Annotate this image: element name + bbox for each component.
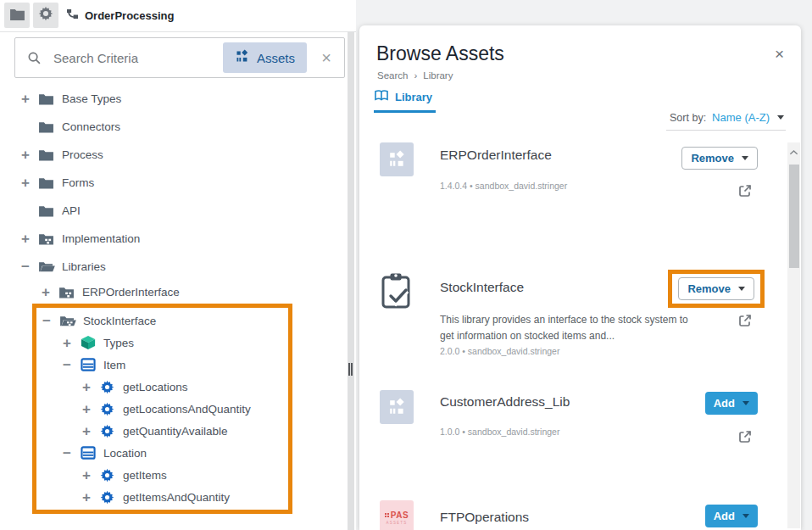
breadcrumb-item-search[interactable]: Search (377, 70, 408, 81)
sort-by-label: Sort by: (670, 112, 706, 124)
document-tab[interactable]: OrderProcessing (66, 0, 175, 31)
expand-icon[interactable]: + (80, 468, 93, 483)
splitter-grip-icon[interactable] (348, 363, 353, 376)
settings-tool-button[interactable] (33, 3, 58, 28)
app-window: OrderProcessing Assets × + Base Types Co… (0, 0, 812, 530)
asset-card-ftpoperations: PAS ASSETS FTPOperations Add (359, 496, 787, 530)
tree-item-location[interactable]: − Location (36, 442, 288, 464)
gear-icon (38, 6, 53, 25)
tree-item-getitemsandquantity[interactable]: + getItemsAndQuantity (36, 486, 288, 508)
tree-item-forms[interactable]: + Forms (0, 169, 348, 197)
asset-action: Remove (681, 147, 758, 170)
asset-meta: 1.4.0.4 • sandbox_david.stringer (440, 181, 567, 191)
folder-icon (37, 120, 55, 133)
tree-item-label: getLocations (123, 381, 188, 393)
tree-item-api[interactable]: API (0, 197, 348, 225)
asset-card-customeraddress-lib: CustomerAddress_Lib 1.0.0 • sandbox_davi… (359, 382, 787, 500)
expand-icon[interactable]: + (80, 490, 93, 505)
operation-gear-icon (98, 402, 116, 416)
tree-item-label: Item (103, 359, 125, 371)
collapse-icon[interactable]: − (19, 259, 32, 274)
collapse-icon[interactable]: − (60, 358, 74, 372)
breadcrumb-separator: › (414, 70, 417, 81)
tree-item-implementation[interactable]: + Implementation (0, 225, 348, 253)
add-button[interactable]: Add (705, 392, 758, 415)
tree-item-getlocationsandquantity[interactable]: + getLocationsAndQuantity (36, 398, 288, 420)
tab-library-label: Library (395, 91, 432, 103)
tab-library[interactable]: Library (374, 89, 436, 113)
collapse-icon[interactable]: − (40, 314, 53, 328)
tree-item-erporderinterface[interactable]: + ERPOrderInterface (0, 281, 348, 304)
tree-item-base-types[interactable]: + Base Types (0, 85, 348, 113)
expand-icon[interactable]: + (19, 176, 32, 190)
folder-tool-button[interactable] (4, 3, 30, 28)
tree-item-getlocations[interactable]: + getLocations (36, 376, 288, 398)
sort-control: Sort by: Name (A-Z) (666, 111, 786, 131)
tree-item-getquantityavailable[interactable]: + getQuantityAvailable (36, 420, 288, 442)
book-icon (374, 89, 389, 105)
asset-tree: + Base Types Connectors + Process + Form… (0, 85, 348, 514)
operation-gear-icon (98, 490, 116, 505)
search-criteria-box: Assets × (14, 37, 345, 78)
tree-item-getitems[interactable]: + getItems (36, 464, 288, 486)
remove-button[interactable]: Remove (678, 277, 754, 300)
expand-icon[interactable]: + (80, 424, 93, 438)
breadcrumb-item-library[interactable]: Library (423, 70, 453, 81)
chevron-down-icon (742, 401, 749, 405)
tree-item-connectors[interactable]: Connectors (0, 113, 348, 141)
expand-icon[interactable]: + (39, 285, 53, 299)
asset-card-stockinterface: StockInterface This library provides an … (359, 259, 787, 377)
scrollbar-thumb[interactable] (789, 165, 799, 268)
tree-item-item[interactable]: − Item (36, 354, 288, 376)
asset-meta: 1.0.0 • sandbox_david.stringer (440, 427, 559, 437)
search-input[interactable] (52, 50, 223, 66)
tree-item-types[interactable]: + Types (36, 332, 288, 354)
tree-item-label: getLocationsAndQuantity (123, 403, 251, 416)
tree-item-label: Types (103, 337, 134, 349)
chevron-down-icon (742, 156, 748, 160)
asset-name: FTPOperations (440, 510, 529, 525)
expand-icon[interactable]: + (19, 148, 32, 162)
folder-icon (37, 148, 55, 161)
expand-icon[interactable]: + (80, 380, 93, 394)
explorer-topbar: OrderProcessing (0, 0, 356, 32)
close-icon[interactable]: × (775, 46, 784, 62)
expand-icon[interactable]: + (19, 92, 32, 106)
add-button[interactable]: Add (705, 505, 758, 527)
open-folder-icon (37, 260, 55, 273)
tree-item-process[interactable]: + Process (0, 141, 348, 169)
tree-item-label: Libraries (62, 260, 106, 273)
tree-item-label: API (62, 204, 81, 217)
asset-action: Add (705, 392, 758, 415)
breadcrumb: Search › Library (377, 70, 453, 81)
tree-item-libraries[interactable]: − Libraries (0, 253, 348, 281)
external-link-icon[interactable] (737, 313, 753, 328)
clipboard-check-icon (380, 274, 414, 308)
assets-filter-label: Assets (257, 51, 295, 65)
chevron-down-icon (738, 287, 745, 291)
sort-value[interactable]: Name (A-Z) (712, 111, 770, 124)
asset-card-erporderinterface: ERPOrderInterface 1.4.0.4 • sandbox_davi… (359, 140, 787, 259)
chevron-down-icon[interactable] (777, 115, 784, 120)
assets-filter-chip[interactable]: Assets (223, 42, 307, 73)
folder-icon (37, 92, 55, 105)
scroll-up-icon[interactable] (787, 149, 800, 156)
explorer-pane: OrderProcessing Assets × + Base Types Co… (0, 0, 356, 530)
expand-icon[interactable]: + (80, 402, 93, 416)
remove-button[interactable]: Remove (681, 147, 758, 170)
expand-icon[interactable]: + (60, 336, 74, 350)
external-link-icon[interactable] (737, 183, 753, 198)
tree-item-stockinterface[interactable]: − StockInterface (36, 310, 288, 332)
tree-item-label: Base Types (62, 92, 121, 105)
clear-search-icon[interactable]: × (309, 49, 344, 66)
scrollbar[interactable] (787, 142, 800, 528)
tree-item-label: Process (62, 148, 103, 161)
open-library-icon (58, 315, 76, 327)
external-link-icon[interactable] (737, 429, 753, 444)
collapse-icon[interactable]: − (60, 446, 74, 460)
pane-splitter[interactable] (348, 31, 354, 530)
types-cube-icon (79, 335, 97, 350)
expand-icon[interactable]: + (19, 232, 32, 246)
library-icon (37, 232, 55, 245)
asset-description: This library provides an interface to th… (440, 312, 691, 344)
